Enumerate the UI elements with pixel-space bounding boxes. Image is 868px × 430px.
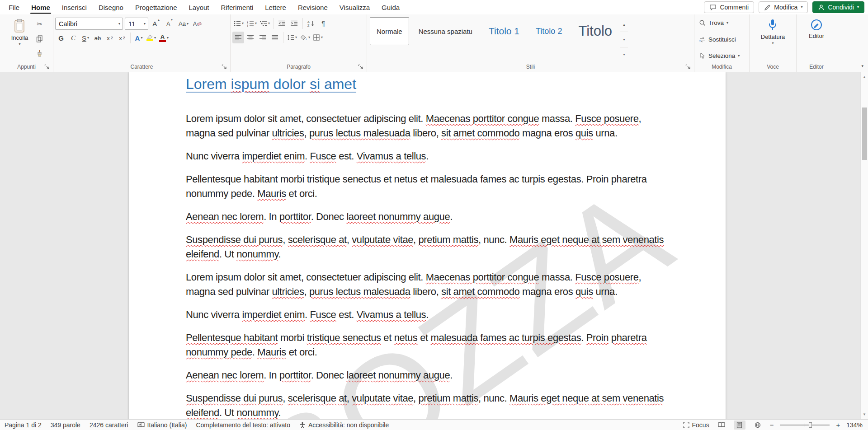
zoom-level[interactable]: 134% <box>846 421 863 429</box>
tab-inserisci[interactable]: Inserisci <box>56 0 93 14</box>
italic-button[interactable]: C <box>67 32 79 44</box>
scroll-up-button[interactable]: ▲ <box>861 73 868 81</box>
dialog-launcher-icon[interactable] <box>685 64 691 70</box>
style-titolo-1[interactable]: Titolo 1 <box>482 17 526 45</box>
select-button[interactable]: Seleziona ▾ <box>697 51 741 60</box>
share-button[interactable]: Condividi ▾ <box>812 1 864 13</box>
change-case-button[interactable]: Aa ▾ <box>177 18 190 30</box>
bullets-button[interactable]: ▾ <box>232 18 245 29</box>
gallery-more-button[interactable]: ▼ <box>620 47 628 62</box>
copy-button[interactable] <box>33 33 45 45</box>
style-titolo-2[interactable]: Titolo 2 <box>529 17 569 45</box>
paragraph[interactable]: Lorem ipsum dolor sit amet, consectetuer… <box>186 270 669 299</box>
superscript-button[interactable]: x2 <box>116 32 128 44</box>
decrease-indent-button[interactable] <box>276 18 288 29</box>
numbering-button[interactable]: 123 ▾ <box>245 18 258 29</box>
cut-button[interactable]: ✂ <box>33 18 45 30</box>
paragraph[interactable]: Aenean nec lorem. In porttitor. Donec la… <box>186 368 669 383</box>
paragraph[interactable]: Nunc viverra imperdiet enim. Fusce est. … <box>186 308 669 322</box>
font-family-select[interactable]: Calibri ▾ <box>55 18 123 30</box>
zoom-slider-thumb[interactable] <box>809 422 812 428</box>
focus-button[interactable]: Focus <box>683 421 709 429</box>
shrink-font-button[interactable]: A ▾ <box>164 18 175 30</box>
text-run: et <box>417 332 430 343</box>
text-completion-status[interactable]: Completamento del testo: attivato <box>196 421 290 429</box>
misspelled-word: Maecenas porttitor congue <box>426 113 539 124</box>
editing-mode-button[interactable]: Modifica ▾ <box>759 1 808 13</box>
tab-file[interactable]: File <box>3 0 25 14</box>
tab-layout[interactable]: Layout <box>183 0 215 14</box>
dialog-launcher-icon[interactable] <box>44 64 50 70</box>
tab-riferimenti[interactable]: Riferimenti <box>215 0 259 14</box>
borders-button[interactable]: ▾ <box>312 32 324 43</box>
format-painter-button[interactable] <box>33 47 45 59</box>
paragraph[interactable]: Pellentesque habitant morbi tristique se… <box>186 331 669 360</box>
tab-guida[interactable]: Guida <box>376 0 406 14</box>
text-effects-button[interactable]: A ▾ <box>133 32 145 44</box>
dialog-launcher-icon[interactable] <box>358 64 363 70</box>
clear-formatting-button[interactable]: A <box>192 18 203 30</box>
grow-font-button[interactable]: A ▴ <box>150 18 162 30</box>
language-indicator[interactable]: Italiano (Italia) <box>137 421 187 429</box>
web-layout-button[interactable] <box>752 421 764 430</box>
read-mode-button[interactable] <box>716 421 727 430</box>
font-color-button[interactable]: A ▾ <box>158 32 170 44</box>
page-indicator[interactable]: Pagina 1 di 2 <box>5 421 42 429</box>
zoom-out-button[interactable]: − <box>770 421 774 429</box>
gallery-up-button[interactable]: ▲ <box>620 17 628 32</box>
print-layout-button[interactable] <box>734 421 745 430</box>
tab-lettere[interactable]: Lettere <box>259 0 292 14</box>
tab-progettazione[interactable]: Progettazione <box>129 0 183 14</box>
underline-button[interactable]: S ▾ <box>80 32 91 44</box>
scroll-down-button[interactable]: ▼ <box>861 411 868 418</box>
style-titolo[interactable]: Titolo <box>571 17 619 45</box>
paragraph[interactable]: Aenean nec lorem. In porttitor. Donec la… <box>186 210 669 224</box>
text-run: . <box>450 369 453 381</box>
shading-button[interactable]: ▾ <box>299 32 311 43</box>
tab-home[interactable]: Home <box>25 0 56 14</box>
find-button[interactable]: Trova ▾ <box>697 19 741 27</box>
scroll-thumb[interactable] <box>862 108 867 160</box>
paragraph[interactable]: Pellentesque habitant morbi tristique se… <box>186 172 669 201</box>
zoom-slider[interactable] <box>780 425 830 425</box>
font-size-select[interactable]: 11 ▾ <box>125 18 148 30</box>
comments-button[interactable]: Commenti <box>704 1 754 13</box>
character-count[interactable]: 2426 caratteri <box>90 421 128 429</box>
collapse-ribbon-button[interactable]: ▾ <box>861 64 863 68</box>
increase-indent-button[interactable] <box>288 18 300 29</box>
bold-button[interactable]: G <box>55 32 67 44</box>
strikethrough-button[interactable]: ab <box>92 32 104 44</box>
zoom-in-button[interactable]: + <box>836 421 840 429</box>
sort-button[interactable]: AZ <box>305 18 317 29</box>
justify-button[interactable] <box>269 32 281 43</box>
tab-revisione[interactable]: Revisione <box>292 0 334 14</box>
paragraph[interactable]: Suspendisse dui purus, scelerisque at, v… <box>186 233 669 262</box>
document-heading[interactable]: Lorem ispum dolor si amet <box>186 76 669 93</box>
subscript-button[interactable]: x2 <box>104 32 116 44</box>
highlight-button[interactable]: ▾ <box>145 32 157 44</box>
document-page[interactable]: BOZZA Lorem ispum dolor si amet Lorem ip… <box>129 72 726 419</box>
dialog-launcher-icon[interactable] <box>222 64 227 70</box>
paragraph[interactable]: Suspendisse dui purus, scelerisque at, v… <box>186 391 669 419</box>
show-formatting-marks-button[interactable]: ¶ <box>317 18 329 29</box>
align-left-button[interactable] <box>232 32 244 43</box>
accessibility-status[interactable]: Accessibilità: non disponibile <box>299 421 389 429</box>
multilevel-list-button[interactable]: ▾ <box>259 18 271 29</box>
tab-disegno[interactable]: Disegno <box>93 0 129 14</box>
vertical-scrollbar[interactable]: ▲ ▼ <box>860 72 868 419</box>
paragraph[interactable]: Nunc viverra imperdiet enim. Fusce est. … <box>186 149 669 164</box>
tab-visualizza[interactable]: Visualizza <box>334 0 376 14</box>
replace-button[interactable]: Sostituisci <box>697 35 741 44</box>
dictate-button[interactable]: Dettatura ▾ <box>757 16 788 62</box>
paragraph[interactable]: Lorem ipsum dolor sit amet, consectetuer… <box>186 112 669 140</box>
style-nessuna-spaziatu[interactable]: Nessuna spaziatu <box>412 17 479 45</box>
line-spacing-button[interactable]: ▾ <box>286 32 298 43</box>
gallery-down-button[interactable]: ▼ <box>620 32 628 47</box>
align-right-button[interactable] <box>257 32 269 43</box>
paste-button[interactable]: Incolla ▾ <box>8 16 32 62</box>
misspelled-word: porttitor <box>279 369 311 381</box>
align-center-button[interactable] <box>245 32 256 43</box>
word-count[interactable]: 349 parole <box>51 421 80 429</box>
editor-button[interactable]: Editor <box>805 16 828 62</box>
style-normale[interactable]: Normale <box>370 17 409 45</box>
